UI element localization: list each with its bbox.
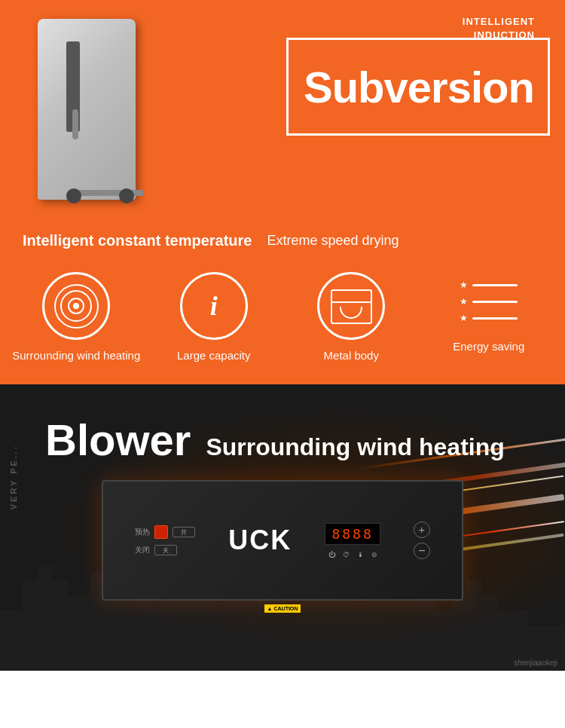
panel-btn-on-1: 开: [173, 527, 195, 537]
energy-saving-label: Energy saving: [453, 340, 524, 353]
info-icon: i: [210, 290, 218, 322]
surrounding-wind-label: Surrounding wind heating: [12, 349, 140, 362]
dark-section: VERY PE... Blower Surrounding wind heati…: [0, 384, 565, 671]
wifi-ring-inner: [68, 298, 84, 314]
watermark: shenjiaaokeji: [514, 659, 557, 667]
panel-label-1: 预热: [135, 527, 150, 537]
box-top: [331, 289, 372, 301]
machine-wheel-right: [119, 188, 134, 203]
star-icon-3: ★: [460, 313, 468, 323]
machine-handle: [72, 109, 78, 139]
hero-section: INTELLIGENT INDUCTION Subversion: [0, 0, 565, 219]
uck-logo: UCK: [228, 525, 292, 556]
machine-wheel-left: [66, 188, 81, 203]
blower-heading: Blower Surrounding wind heating: [0, 384, 565, 473]
icon-surrounding-wind: Surrounding wind heating: [16, 272, 136, 362]
machine-body: [38, 19, 136, 200]
box-bottom: [331, 301, 372, 324]
panel-icons-row: ⏻ ⏱ 🌡 ⊖: [328, 551, 377, 558]
box-curve: [340, 307, 362, 319]
panel-label-2: 关闭: [135, 545, 150, 555]
metal-body-label: Metal body: [324, 349, 379, 362]
feature-title: Intelligent constant temperature: [23, 232, 252, 249]
panel-btn-label-off: 关: [163, 546, 169, 555]
machine-illustration: [15, 11, 166, 207]
icons-section: Surrounding wind heating i Large capacit…: [0, 257, 565, 384]
large-capacity-label: Large capacity: [177, 349, 251, 362]
large-capacity-icon-circle: i: [180, 272, 248, 340]
ctrl-row-1: +: [414, 522, 430, 538]
box-icon: [331, 289, 372, 323]
panel-row-1: 预热 开: [135, 525, 195, 539]
feature-subtitle: Extreme speed drying: [267, 233, 399, 249]
star-icon-1: ★: [460, 280, 468, 290]
panel-display: 8888 ⏻ ⏱ 🌡 ⊖: [325, 523, 380, 558]
panel-right-controls: + −: [414, 522, 430, 559]
line-bar-2: [472, 301, 518, 303]
ctrl-minus-btn[interactable]: −: [414, 543, 430, 559]
metal-body-icon-circle: [317, 272, 385, 340]
line-bar-3: [472, 317, 518, 320]
icon-metal-body: Metal body: [291, 272, 411, 362]
surrounding-wind-text: Surrounding wind heating: [206, 433, 504, 461]
energy-line-1: ★: [460, 280, 518, 290]
subversion-box: Subversion: [286, 38, 550, 136]
energy-line-2: ★: [460, 296, 518, 307]
panel-btn-off: 关: [154, 545, 177, 555]
icon-energy-saving: ★ ★ ★ Energy saving: [429, 272, 549, 353]
subversion-text: Subversion: [304, 62, 534, 112]
machine-display: 预热 开 关闭 关 UCK 8888: [94, 480, 471, 616]
ctrl-plus-btn[interactable]: +: [414, 522, 430, 538]
display-panel: 预热 开 关闭 关 UCK 8888: [102, 480, 463, 601]
line-bar-1: [472, 284, 518, 286]
panel-btn-red-1: [154, 525, 168, 539]
panel-row-2: 关闭 关: [135, 545, 195, 555]
wifi-rings-icon: [53, 283, 99, 329]
energy-line-3: ★: [460, 313, 518, 323]
panel-icon-off: ⊖: [371, 551, 377, 558]
ctrl-row-2: −: [414, 543, 430, 559]
panel-icon-timer: ⏱: [343, 551, 350, 558]
star-icon-2: ★: [460, 296, 468, 307]
panel-icon-power: ⏻: [328, 551, 335, 558]
digit-display: 8888: [325, 523, 380, 545]
feature-bar: Intelligent constant temperature Extreme…: [0, 219, 565, 257]
icon-large-capacity: i Large capacity: [154, 272, 274, 362]
caution-badge: ▲ CAUTION: [264, 604, 301, 613]
wifi-dot: [73, 303, 79, 309]
surrounding-wind-icon-circle: [42, 272, 110, 340]
panel-icon-temp: 🌡: [357, 551, 364, 558]
caution-row: ▲ CAUTION: [264, 604, 301, 613]
panel-btn-label-on: 开: [181, 528, 187, 537]
panel-left-controls: 预热 开 关闭 关: [135, 525, 195, 555]
energy-lines-icon: ★ ★ ★: [452, 272, 525, 331]
blower-text: Blower: [45, 414, 191, 465]
